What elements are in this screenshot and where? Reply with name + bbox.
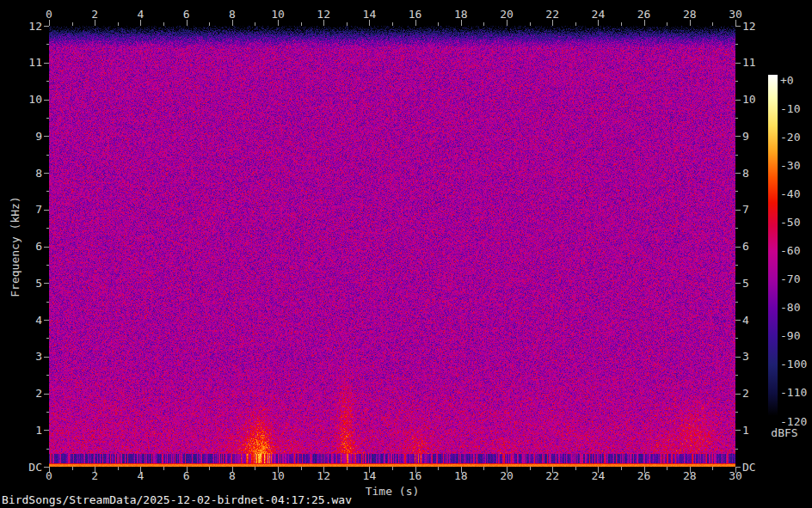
colorbar-tick-label: +0 <box>780 75 794 86</box>
y-tick-label: 11 <box>742 57 756 68</box>
x-tick-label: 8 <box>229 9 236 20</box>
y-tick-label: 1 <box>0 425 42 436</box>
x-minor-tick <box>712 467 713 470</box>
x-major-tick <box>461 20 462 26</box>
colorbar-tick-label: -50 <box>780 217 800 228</box>
y-minor-tick <box>735 81 738 82</box>
y-minor-tick <box>46 449 49 450</box>
x-tick-label: 8 <box>229 470 236 481</box>
x-minor-tick <box>209 467 210 470</box>
x-tick-label: 12 <box>317 470 330 481</box>
x-minor-tick <box>255 467 255 470</box>
y-tick-label: 1 <box>742 425 749 436</box>
x-tick-label: 4 <box>137 470 144 481</box>
x-minor-tick <box>209 22 210 26</box>
x-major-tick <box>232 20 233 26</box>
y-major-tick <box>735 26 741 27</box>
y-tick-label: 2 <box>0 388 42 399</box>
y-tick-label: 9 <box>0 131 42 142</box>
colorbar-tick-label: -10 <box>780 103 800 114</box>
colorbar-tick-label: -70 <box>780 273 800 285</box>
x-tick-label: 4 <box>137 9 144 20</box>
x-major-tick <box>507 20 508 26</box>
colorbar-tick-label: -80 <box>780 302 800 313</box>
x-minor-tick <box>667 22 667 26</box>
x-axis-title: Time (s) <box>366 485 420 498</box>
x-minor-tick <box>392 22 393 26</box>
y-tick-label: 12 <box>742 21 756 32</box>
x-minor-tick <box>530 22 531 26</box>
y-major-tick <box>44 394 49 395</box>
colorbar-tick-label: -100 <box>780 358 807 370</box>
y-major-tick <box>44 173 49 174</box>
y-minor-tick <box>46 302 49 303</box>
x-tick-label: 28 <box>683 470 697 481</box>
y-minor-tick <box>735 265 738 266</box>
y-minor-tick <box>735 155 738 156</box>
y-major-tick <box>735 247 741 248</box>
x-major-tick <box>278 20 279 26</box>
y-major-tick <box>735 430 741 431</box>
y-major-tick <box>44 63 49 64</box>
y-tick-label: 10 <box>742 94 756 105</box>
x-tick-label: 20 <box>500 470 514 481</box>
y-minor-tick <box>46 191 49 192</box>
x-major-tick <box>644 20 645 26</box>
y-major-tick <box>735 320 741 321</box>
y-minor-tick <box>735 338 738 339</box>
y-major-tick <box>44 320 49 321</box>
x-minor-tick <box>347 467 348 470</box>
y-tick-label: 7 <box>742 204 749 215</box>
x-major-tick <box>140 20 141 26</box>
y-major-tick <box>44 357 49 358</box>
y-tick-label: 9 <box>742 131 749 142</box>
x-tick-label: 30 <box>729 470 742 481</box>
y-minor-tick <box>46 412 49 413</box>
y-minor-tick <box>735 449 738 450</box>
x-tick-label: 2 <box>91 9 98 20</box>
y-major-tick <box>44 100 49 101</box>
y-minor-tick <box>46 228 49 229</box>
x-tick-label: 10 <box>271 9 285 20</box>
x-tick-label: 10 <box>271 470 285 481</box>
x-minor-tick <box>163 22 164 26</box>
colorbar-tick-label: -60 <box>780 245 800 256</box>
y-tick-label: 12 <box>0 21 42 32</box>
y-minor-tick <box>735 375 738 376</box>
x-minor-tick <box>255 22 255 26</box>
x-minor-tick <box>301 22 302 26</box>
x-minor-tick <box>438 22 439 26</box>
y-tick-label: 8 <box>742 168 749 179</box>
y-minor-tick <box>735 302 738 303</box>
x-minor-tick <box>621 467 622 470</box>
y-major-tick <box>44 283 49 284</box>
y-major-tick <box>44 210 49 211</box>
x-minor-tick <box>438 467 439 470</box>
y-tick-label: 4 <box>742 315 749 326</box>
x-major-tick <box>690 20 691 26</box>
y-minor-tick <box>46 118 49 119</box>
colorbar-tick-label: -20 <box>780 132 800 143</box>
x-minor-tick <box>483 467 484 470</box>
y-major-tick <box>44 247 49 248</box>
x-tick-label: 16 <box>409 470 422 481</box>
x-major-tick <box>415 20 416 26</box>
x-major-tick <box>552 20 553 26</box>
x-tick-label: 2 <box>91 470 98 481</box>
x-minor-tick <box>712 22 713 26</box>
x-tick-label: 12 <box>317 9 330 20</box>
y-tick-label: 8 <box>0 168 42 179</box>
x-major-tick <box>49 20 50 26</box>
x-minor-tick <box>575 22 576 26</box>
x-minor-tick <box>392 467 393 470</box>
y-major-tick <box>735 210 741 211</box>
x-tick-label: 28 <box>683 9 697 20</box>
y-major-tick <box>735 394 741 395</box>
colorbar-units-label: dBFS <box>757 426 812 439</box>
y-major-tick <box>44 467 49 468</box>
y-tick-label: 5 <box>742 278 749 289</box>
x-major-tick <box>323 20 324 26</box>
colorbar-tick-label: -110 <box>780 387 807 398</box>
y-major-tick <box>735 357 741 358</box>
y-major-tick <box>735 467 741 468</box>
